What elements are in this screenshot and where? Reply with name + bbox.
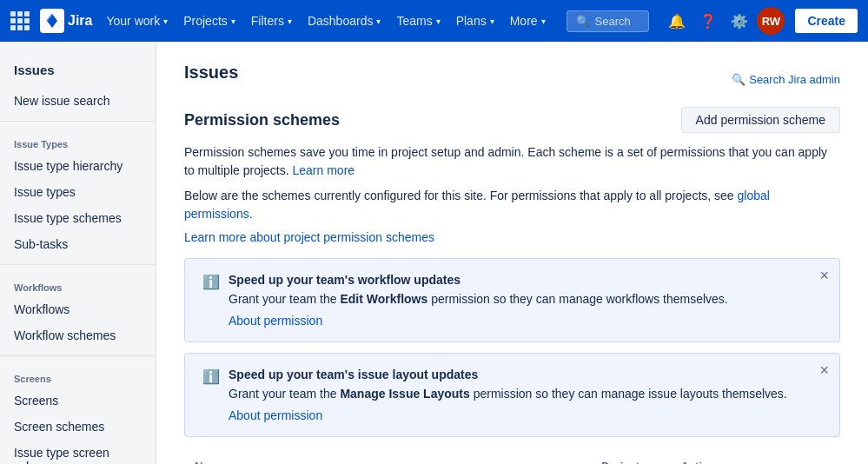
sidebar-item-workflow-schemes[interactable]: Workflow schemes: [0, 322, 156, 348]
info-box-issue-layout: × ℹ️ Speed up your team's issue layout u…: [184, 353, 840, 437]
sidebar-item-issue-type-hierarchy[interactable]: Issue type hierarchy: [0, 153, 156, 179]
info-box-1-link[interactable]: About permission: [229, 314, 322, 328]
sidebar-item-screens[interactable]: Screens: [0, 388, 156, 414]
search-admin-icon: 🔍: [732, 73, 745, 86]
learn-more-project-link[interactable]: Learn more about project permission sche…: [184, 230, 434, 244]
nav-your-work[interactable]: Your work ▾: [99, 9, 175, 33]
nav-more[interactable]: More ▾: [503, 9, 553, 33]
settings-icon[interactable]: ⚙️: [726, 7, 753, 35]
description-line1: Permission schemes save you time in proj…: [184, 143, 840, 180]
search-admin-link[interactable]: 🔍 Search Jira admin: [732, 73, 840, 86]
sidebar: Issues New issue search Issue Types Issu…: [0, 42, 156, 464]
sidebar-section-workflows: Workflows: [0, 272, 156, 296]
info-box-2-text: Grant your team the Manage Issue Layouts…: [229, 385, 787, 403]
info-box-workflow: × ℹ️ Speed up your team's workflow updat…: [184, 258, 840, 342]
search-bar[interactable]: 🔍 Search: [567, 10, 650, 32]
nav-filters[interactable]: Filters ▾: [244, 9, 299, 33]
section-title: Permission schemes: [184, 111, 340, 129]
info-box-2-link[interactable]: About permission: [229, 408, 322, 422]
col-name: Name: [184, 451, 591, 464]
app-switcher-icon[interactable]: [10, 11, 30, 30]
sidebar-section-issue-types: Issue Types: [0, 129, 156, 153]
description-line2: Below are the schemes currently configur…: [184, 187, 840, 223]
info-box-1-title: Speed up your team's workflow updates: [229, 273, 728, 287]
add-permission-scheme-button[interactable]: Add permission scheme: [681, 107, 840, 133]
nav-teams[interactable]: Teams ▾: [389, 9, 447, 33]
sidebar-item-workflows[interactable]: Workflows: [0, 296, 156, 322]
avatar[interactable]: RW: [757, 7, 785, 35]
nav-plans[interactable]: Plans ▾: [449, 9, 501, 33]
sidebar-item-screen-schemes[interactable]: Screen schemes: [0, 414, 156, 440]
col-projects: Projects: [591, 451, 670, 464]
info-box-2-title: Speed up your team's issue layout update…: [229, 368, 787, 381]
info-icon-2: ℹ️: [202, 368, 220, 385]
schemes-table: Name Projects Actions Default Permission…: [184, 451, 840, 464]
close-info-box-1-button[interactable]: ×: [819, 268, 829, 283]
learn-more-link[interactable]: Learn more: [293, 163, 355, 177]
sidebar-title: Issues: [0, 56, 156, 88]
page-header: Issues 🔍 Search Jira admin: [184, 63, 840, 96]
close-info-box-2-button[interactable]: ×: [819, 362, 829, 378]
table-header-row: Name Projects Actions: [184, 451, 840, 464]
nav-dashboards[interactable]: Dashboards ▾: [301, 9, 388, 33]
main-content: Issues 🔍 Search Jira admin Permission sc…: [156, 42, 868, 464]
nav-projects[interactable]: Projects ▾: [176, 9, 242, 33]
search-placeholder: Search: [595, 15, 631, 28]
jira-logo[interactable]: Jira: [40, 9, 92, 33]
sidebar-section-screens: Screens: [0, 363, 156, 388]
page-layout: Issues New issue search Issue Types Issu…: [0, 42, 868, 464]
nav-icons: 🔔 ❓ ⚙️ RW: [663, 7, 785, 35]
notifications-icon[interactable]: 🔔: [663, 7, 691, 35]
top-navigation: Jira Your work ▾ Projects ▾ Filters ▾ Da…: [0, 0, 868, 42]
sidebar-item-issue-type-screen-schemes[interactable]: Issue type screen schemes: [0, 440, 156, 464]
help-icon[interactable]: ❓: [694, 7, 722, 35]
nav-links: Your work ▾ Projects ▾ Filters ▾ Dashboa…: [99, 9, 552, 33]
info-box-1-text: Grant your team the Edit Workflows permi…: [229, 290, 728, 308]
page-title: Issues: [184, 63, 238, 83]
col-actions: Actions: [671, 451, 841, 464]
sidebar-item-issue-types[interactable]: Issue types: [0, 179, 156, 205]
sidebar-item-sub-tasks[interactable]: Sub-tasks: [0, 231, 156, 257]
info-icon-1: ℹ️: [202, 274, 220, 290]
sidebar-item-new-issue-search[interactable]: New issue search: [0, 88, 156, 114]
create-button[interactable]: Create: [795, 9, 858, 33]
sidebar-item-issue-type-schemes[interactable]: Issue type schemes: [0, 205, 156, 231]
search-icon: 🔍: [576, 15, 590, 28]
